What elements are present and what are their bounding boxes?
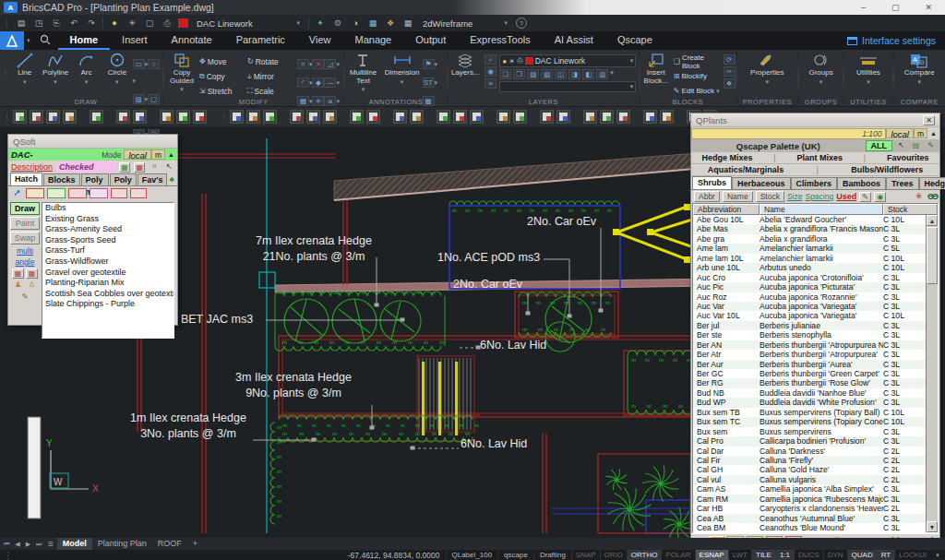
qsoft-list-item[interactable]: Planting-Riparian Mix [42, 278, 173, 289]
toggle-lwt[interactable]: LWT [728, 550, 751, 560]
qsoft-pot-icon[interactable]: ♟ [12, 280, 24, 291]
explore-icon[interactable]: ✦ [314, 18, 327, 30]
ellipse-icon[interactable]: ○ [148, 59, 160, 69]
table-row[interactable]: Car HBCaryopteris x clandonensis 'Heaven… [693, 504, 926, 513]
layer-state-icon[interactable]: ≡ [484, 78, 496, 89]
application-menu-button[interactable] [0, 31, 24, 50]
qplants-sort-size[interactable]: Size [787, 192, 803, 201]
offset-icon[interactable]: ⌗ [297, 59, 309, 69]
scroll-up-icon[interactable]: ▲ [927, 215, 938, 226]
ribbon-tab-home[interactable]: Home [58, 31, 111, 50]
toggle-quad[interactable]: QUAD [847, 550, 877, 560]
fillet-icon[interactable]: ◜ [297, 77, 309, 88]
qsoft-title-bar[interactable]: QSoft [8, 135, 177, 149]
qsoft-preset-chip[interactable] [68, 188, 87, 198]
qplants-tab-hedgemixes[interactable]: Hedge Mixes [701, 153, 752, 162]
table-row[interactable]: Auc RozAucuba japonica 'Rozannie'C 3L [693, 292, 926, 302]
table-row[interactable]: Ber julBerberis julianiaeC 3L [693, 321, 926, 330]
table-row[interactable]: Abe Gou 10LAbelia 'Edward Goucher'C 10L [693, 215, 926, 224]
table-row[interactable]: Auc Var 10LAucuba japonica 'Variegata'C … [693, 311, 926, 320]
qplants-tab-climbers[interactable]: Climbers [791, 177, 838, 189]
groups-button[interactable]: Groups▾ [799, 52, 843, 86]
block-attrib-icon[interactable]: ✑ [724, 66, 736, 77]
qsoft-multi-link[interactable]: multi [17, 246, 33, 256]
qsoft-table-icon[interactable]: ▦ [119, 162, 130, 173]
qsoft-list-item[interactable]: Slate Chippings - Purple [42, 299, 173, 310]
qsoft-hatch-list[interactable]: BulbsExisting GrassGrass-Amenity SeedGra… [42, 202, 174, 339]
toolbar-icon[interactable] [496, 110, 510, 124]
qsoft-tab-polym2[interactable]: Poly m2 [81, 173, 109, 185]
leader-icon[interactable]: ⚑ [423, 59, 435, 69]
layer-tool-icon[interactable]: ▨ [527, 69, 539, 79]
table-row[interactable]: Bux semBuxus sempervirensC 3L [693, 427, 926, 436]
layer-tool-icon[interactable]: ❐ [513, 69, 525, 79]
qplants-edit-icon[interactable]: ✎ [925, 141, 937, 151]
table-row[interactable]: Abe graAbelia x grandifloraC 3L [693, 234, 926, 244]
qplants-tab-plantmixes[interactable]: Plant Mixes [796, 153, 843, 162]
qplants-title-bar[interactable]: QPlants ✕ [691, 113, 939, 127]
redo-icon[interactable]: ↷ [85, 18, 98, 30]
qsoft-checked-items[interactable]: Checked items [56, 161, 115, 173]
toggle-ortho[interactable]: ORTHO [627, 550, 662, 560]
toolbar-icon[interactable] [410, 110, 424, 124]
toolbar-icon[interactable] [193, 110, 207, 124]
layers-button[interactable]: Layers... [449, 52, 482, 92]
table-row[interactable]: Ber RGBerberis thunbergii 'Rose Glow'C 3… [693, 378, 926, 387]
qsoft-swap-button[interactable]: Swap [10, 232, 40, 244]
qsoft-list-item[interactable]: Grass-Sports Seed [42, 235, 173, 246]
qplants-mode-value[interactable]: local [886, 128, 914, 138]
status-field-layer[interactable]: QLabel_100 [446, 551, 498, 559]
delete-icon[interactable]: ✕ [312, 59, 324, 69]
table-row[interactable]: Cal ProCallicarpa bodinieri 'Profusion'C… [693, 436, 926, 446]
qplants-note-icon[interactable]: ✎ [859, 192, 871, 202]
toolbar-icon[interactable] [366, 110, 380, 124]
toolbar-icon[interactable] [46, 110, 60, 124]
mirror-button[interactable]: ⫝Mirror [247, 69, 297, 83]
last-sheet-icon[interactable]: ⏭ [34, 541, 43, 548]
table-row[interactable]: Ame lamAmelanchier lamarkiiC 5L [693, 244, 926, 253]
polyline-button[interactable]: Polyline▾ [40, 52, 70, 140]
qplants-sort-used[interactable]: Used [836, 192, 856, 201]
close-button[interactable]: ✕ [925, 3, 932, 12]
layer-freeze-icon[interactable]: ☀ [126, 18, 138, 30]
layer-tool-icon[interactable]: ❏ [499, 69, 511, 79]
qsoft-table2-icon[interactable]: ▦ [134, 162, 145, 173]
table-row[interactable]: Cam RMCamellia japonica 'Rubescens Major… [693, 494, 926, 504]
table-row[interactable]: Bud WPBuddleia davidii 'White Profusion'… [693, 398, 926, 407]
toolbar-icon[interactable] [513, 110, 527, 124]
toggle-grid[interactable]: GRID [600, 550, 627, 560]
toolbar-icon[interactable] [160, 110, 173, 124]
qsoft-description-link[interactable]: Description [11, 162, 53, 172]
qplants-pick-icon[interactable]: ↖ [895, 141, 907, 151]
toggle-snap[interactable]: SNAP [571, 550, 600, 560]
qsoft-list-item[interactable]: Bulbs [42, 203, 173, 214]
qsoft-fav-icon[interactable]: ♣ [168, 175, 175, 185]
qplants-col-abbreviation[interactable]: Abbreviation [693, 204, 760, 215]
table-row[interactable]: Auc VarAucuba japonica 'Variegata'C 3L [693, 302, 926, 311]
toolbar-icon[interactable] [263, 110, 277, 124]
sheet-tab-planting-plan[interactable]: Planting Plan [92, 538, 152, 550]
qsoft-preset-chip[interactable] [47, 188, 66, 198]
break-icon[interactable]: — [324, 77, 336, 88]
status-field-profile[interactable]: Drafting [533, 551, 571, 559]
qsoft-tab-polym[interactable]: Poly m [110, 173, 137, 185]
toggle-rt[interactable]: RT [877, 550, 895, 560]
block-explode-icon[interactable]: ❖ [724, 78, 736, 89]
settings-icon[interactable]: ⚙ [331, 18, 344, 30]
qsoft-pot2-icon[interactable]: ♙ [26, 280, 38, 291]
layer-tool-icon[interactable]: ▧ [541, 69, 553, 79]
toolbar-icon[interactable] [246, 110, 260, 124]
render-icon[interactable]: ▦ [366, 18, 379, 30]
toolbar-icon[interactable] [600, 110, 614, 124]
scroll-thumb[interactable] [927, 227, 938, 284]
qsoft-tab-hatch[interactable]: Hatch [10, 173, 42, 185]
toolbar-icon[interactable] [437, 110, 450, 124]
search-icon[interactable] [40, 32, 51, 49]
qsoft-preset-chip[interactable] [130, 188, 147, 198]
prev-sheet-icon[interactable]: ◀ [13, 541, 21, 548]
qsoft-tab-blocks[interactable]: Blocks [43, 173, 80, 185]
block-sync-icon[interactable]: ⟳ [724, 54, 736, 65]
qsoft-tab-favs[interactable]: Fav's [138, 173, 168, 185]
table-row[interactable]: Ber AtrBerberis thunbergii 'Atropurpurea… [693, 350, 926, 359]
layer-tool-icon[interactable]: ◨ [568, 69, 580, 79]
